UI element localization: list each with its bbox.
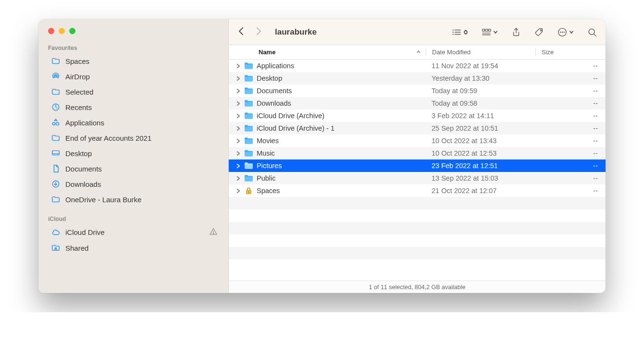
file-row[interactable]: iCloud Drive (Archive)3 Feb 2022 at 14:1… [229,110,606,122]
file-date: 23 Feb 2022 at 12:51 [426,162,535,170]
disclosure-triangle[interactable] [229,101,242,106]
disclosure-triangle[interactable] [229,76,242,81]
file-date: 21 Oct 2022 at 12:07 [426,187,535,195]
back-button[interactable] [237,27,245,37]
folder-icon [242,74,255,82]
sidebar-item-end-of-year-accounts-2021[interactable]: End of year Accounts 2021 [41,130,225,146]
file-name: iCloud Drive (Archive) - 1 [255,124,426,132]
view-mode-button[interactable] [452,27,468,37]
folder-icon [242,137,255,145]
file-row[interactable]: Music10 Oct 2022 at 12:53-- [229,147,606,159]
disclosure-triangle[interactable] [229,114,242,118]
file-row[interactable]: Spaces21 Oct 2022 at 12:07-- [229,184,606,197]
nav-arrows [237,27,262,37]
disclosure-triangle[interactable] [229,126,242,131]
minimize-window-button[interactable] [59,28,65,34]
column-name[interactable]: Name [229,49,426,56]
column-date[interactable]: Date Modified [426,49,535,56]
file-row[interactable]: Pictures23 Feb 2022 at 12:51-- [229,159,606,172]
main-pane: lauraburke [229,19,606,293]
zoom-window-button[interactable] [69,28,75,34]
sidebar-item-documents[interactable]: Documents [41,161,225,176]
document-icon [51,164,61,173]
sidebar-item-selected[interactable]: Selected [41,84,225,99]
empty-row [229,197,606,209]
folder-icon [242,187,255,195]
empty-row [229,209,606,222]
file-row[interactable]: DocumentsToday at 09:59-- [229,85,606,97]
sidebar-item-onedrive-laura-burke[interactable]: OneDrive - Laura Burke [41,192,225,207]
sidebar-item-label: OneDrive - Laura Burke [65,195,141,204]
folder-icon [242,99,255,107]
file-name: Public [255,174,426,182]
group-by-button[interactable] [482,27,498,37]
clock-icon [51,102,61,112]
svg-rect-19 [489,29,491,31]
disclosure-triangle[interactable] [229,189,242,193]
file-size: -- [535,87,606,95]
svg-point-0 [55,75,57,77]
file-name: Documents [255,87,426,95]
sidebar-item-desktop[interactable]: Desktop [41,146,225,161]
sidebar-item-label: Shared [65,244,88,252]
toolbar: lauraburke [229,19,606,45]
warning-icon [209,227,218,237]
column-size[interactable]: Size [535,49,606,56]
folder-icon [51,133,61,143]
disclosure-triangle[interactable] [229,89,242,93]
folder-icon [242,149,255,157]
file-date: 25 Sep 2022 at 10:51 [426,124,535,132]
file-row[interactable]: DesktopYesterday at 13:30-- [229,72,606,85]
sidebar-item-recents[interactable]: Recents [41,99,225,115]
file-row[interactable]: Applications11 Nov 2022 at 19:54-- [229,60,606,72]
sidebar-item-shared[interactable]: Shared [41,240,225,256]
disclosure-triangle[interactable] [229,139,242,143]
column-header: Name Date Modified Size [229,45,606,60]
cloud-icon [51,228,61,237]
sidebar-item-label: Documents [65,165,102,173]
forward-button[interactable] [255,27,262,37]
sidebar-item-airdrop[interactable]: AirDrop [41,69,225,84]
svg-rect-18 [485,29,488,31]
svg-point-9 [213,233,213,234]
search-button[interactable] [587,27,597,37]
sidebar-item-label: Selected [65,88,93,96]
sidebar-item-downloads[interactable]: Downloads [41,176,225,192]
file-row[interactable]: DownloadsToday at 09:58-- [229,97,606,110]
file-row[interactable]: iCloud Drive (Archive) - 125 Sep 2022 at… [229,122,606,134]
file-date: 11 Nov 2022 at 19:54 [426,62,535,70]
chevron-down-icon [493,28,498,36]
sidebar-item-spaces[interactable]: Spaces [41,53,225,69]
svg-point-24 [560,32,561,32]
empty-row [229,222,606,234]
file-size: -- [535,112,606,120]
disclosure-triangle[interactable] [229,64,242,68]
file-name: Pictures [255,162,426,170]
file-list[interactable]: Applications11 Nov 2022 at 19:54--Deskto… [229,60,606,281]
tags-button[interactable] [534,27,544,37]
file-row[interactable]: Movies10 Oct 2022 at 13:43-- [229,134,606,147]
sidebar-item-icloud-drive[interactable]: iCloud Drive [41,224,225,240]
share-button[interactable] [511,27,521,37]
sidebar-item-label: Downloads [65,180,101,188]
apps-icon [51,118,61,127]
file-date: 3 Feb 2022 at 14:11 [426,112,535,120]
disclosure-triangle[interactable] [229,164,242,168]
disclosure-triangle[interactable] [229,151,242,156]
sidebar-item-label: Desktop [65,149,92,158]
file-size: -- [535,124,606,132]
empty-row [229,259,606,272]
updown-icon [463,28,468,36]
close-window-button[interactable] [48,28,54,34]
file-row[interactable]: Public13 Sep 2022 at 15:03-- [229,172,606,184]
finder-window: Favourites SpacesAirDropSelectedRecentsA… [38,19,606,293]
file-date: 13 Sep 2022 at 15:03 [426,174,535,182]
disclosure-triangle[interactable] [229,176,242,181]
svg-point-26 [564,32,564,32]
sidebar-item-applications[interactable]: Applications [41,115,225,130]
status-text: 1 of 11 selected, 804,2 GB available [369,284,466,291]
more-button[interactable] [557,27,574,37]
svg-point-30 [248,192,249,193]
svg-line-28 [594,34,596,36]
window-controls [38,28,228,41]
